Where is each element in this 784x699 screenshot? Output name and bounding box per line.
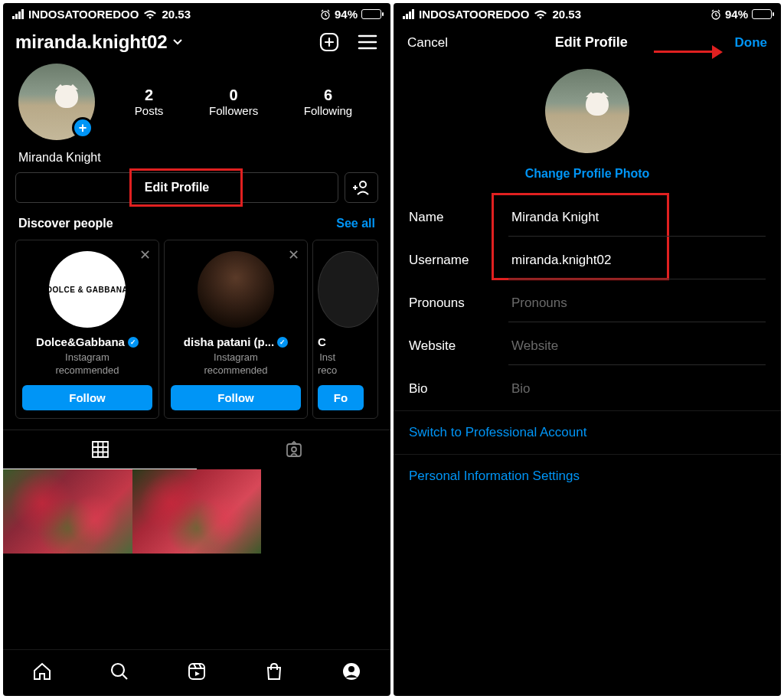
- bottom-nav: [3, 649, 390, 696]
- profile-info-row: + 2 Posts 0 Followers 6 Following: [3, 64, 390, 146]
- switch-professional-link[interactable]: Switch to Professional Account: [394, 410, 781, 454]
- done-button[interactable]: Done: [735, 35, 768, 51]
- close-icon[interactable]: ✕: [139, 247, 151, 263]
- svg-point-8: [348, 666, 354, 672]
- annotation-arrow: [654, 51, 714, 53]
- suggestion-card: C Instreco Fo: [312, 240, 378, 419]
- profile-photo[interactable]: [545, 69, 629, 153]
- post-thumbnails: [3, 469, 390, 554]
- suggestion-avatar[interactable]: [198, 251, 274, 328]
- suggestion-name[interactable]: Dolce&Gabbana✓: [36, 335, 139, 348]
- username-text: miranda.knight02: [15, 31, 168, 53]
- profile-avatar[interactable]: +: [18, 64, 95, 140]
- battery-icon: [361, 9, 381, 19]
- discover-cards[interactable]: ✕ DOLCE & GABBANA Dolce&Gabbana✓ Instagr…: [3, 240, 390, 430]
- chevron-down-icon: [172, 38, 183, 46]
- wifi-icon: [534, 9, 547, 20]
- name-input[interactable]: Miranda Knight: [508, 199, 766, 237]
- svg-point-5: [112, 664, 124, 676]
- carrier-label: INDOSATOOREDOO: [28, 8, 139, 21]
- see-all-link[interactable]: See all: [336, 217, 375, 230]
- svg-point-2: [360, 181, 366, 188]
- svg-rect-3: [287, 444, 301, 456]
- field-website: Website Website: [409, 325, 766, 367]
- edit-profile-screen: INDOSATOOREDOO 20.53 94% Cancel Edit Pro…: [394, 3, 781, 696]
- discover-title: Discover people: [18, 217, 113, 230]
- field-username: Username miranda.knight02: [409, 239, 766, 282]
- edit-form: Name Miranda Knight Username miranda.kni…: [394, 196, 781, 410]
- suggestion-subtitle: Instagramrecommended: [55, 351, 119, 377]
- tab-grid[interactable]: [3, 430, 197, 469]
- svg-rect-6: [189, 664, 204, 679]
- profile-screen: INDOSATOOREDOO 20.53 94% miranda.knight0…: [3, 3, 390, 696]
- post-thumbnail[interactable]: [3, 469, 132, 554]
- bio-input[interactable]: Bio: [508, 371, 766, 407]
- suggestion-avatar[interactable]: [318, 251, 379, 328]
- stat-followers[interactable]: 0 Followers: [209, 87, 258, 117]
- wifi-icon: [143, 9, 157, 20]
- discover-people-button[interactable]: [345, 172, 378, 203]
- svg-point-4: [292, 447, 296, 452]
- battery-pct: 94%: [725, 8, 748, 21]
- tab-tagged[interactable]: [197, 430, 390, 469]
- signal-icon: [403, 9, 414, 19]
- display-name: Miranda Knight: [3, 146, 390, 172]
- follow-button[interactable]: Follow: [171, 385, 301, 410]
- menu-button[interactable]: [357, 31, 378, 53]
- username-dropdown[interactable]: miranda.knight02: [15, 31, 183, 53]
- field-name: Name Miranda Knight: [409, 196, 766, 239]
- suggestion-name[interactable]: disha patani (p...✓: [184, 335, 288, 348]
- nav-profile[interactable]: [341, 661, 362, 682]
- cancel-button[interactable]: Cancel: [407, 35, 448, 51]
- verified-icon: ✓: [277, 337, 288, 348]
- nav-search[interactable]: [109, 661, 130, 682]
- alarm-icon: [710, 9, 721, 20]
- suggestion-subtitle: Instreco: [318, 351, 337, 377]
- follow-button[interactable]: Follow: [22, 385, 152, 410]
- stat-following[interactable]: 6 Following: [304, 87, 352, 117]
- edit-profile-button[interactable]: Edit Profile: [15, 172, 338, 203]
- edit-avatar-section: Change Profile Photo: [394, 61, 781, 196]
- suggestion-name[interactable]: C: [318, 335, 326, 348]
- website-input[interactable]: Website: [508, 328, 766, 365]
- post-thumbnail[interactable]: [132, 469, 262, 554]
- create-button[interactable]: [318, 31, 340, 53]
- time-label: 20.53: [162, 8, 191, 21]
- nav-home[interactable]: [31, 661, 53, 682]
- nav-shop[interactable]: [263, 661, 285, 682]
- battery-pct: 94%: [335, 8, 358, 21]
- battery-icon: [752, 9, 772, 19]
- verified-icon: ✓: [128, 337, 139, 348]
- close-icon[interactable]: ✕: [288, 247, 299, 263]
- follow-button[interactable]: Fo: [318, 385, 364, 410]
- profile-header: miranda.knight02: [3, 24, 390, 64]
- alarm-icon: [320, 9, 331, 20]
- profile-tabs: [3, 430, 390, 469]
- discover-header: Discover people See all: [3, 217, 390, 240]
- edit-profile-header: Cancel Edit Profile Done: [394, 24, 781, 61]
- time-label: 20.53: [552, 8, 581, 21]
- carrier-label: INDOSATOOREDOO: [419, 8, 529, 21]
- status-bar: INDOSATOOREDOO 20.53 94%: [394, 3, 781, 24]
- field-pronouns: Pronouns Pronouns: [409, 282, 766, 325]
- status-bar: INDOSATOOREDOO 20.53 94%: [3, 3, 390, 24]
- suggestion-card: ✕ disha patani (p...✓ Instagramrecommend…: [164, 240, 308, 419]
- nav-reels[interactable]: [186, 661, 207, 682]
- grid-icon: [90, 439, 110, 459]
- username-input[interactable]: miranda.knight02: [508, 242, 766, 279]
- edit-profile-title: Edit Profile: [555, 34, 628, 51]
- add-story-badge[interactable]: +: [72, 117, 93, 139]
- personal-info-link[interactable]: Personal Information Settings: [394, 454, 781, 498]
- suggestion-avatar[interactable]: DOLCE & GABBANA: [49, 251, 126, 328]
- suggestion-card: ✕ DOLCE & GABBANA Dolce&Gabbana✓ Instagr…: [15, 240, 159, 419]
- tagged-icon: [284, 439, 304, 459]
- suggestion-subtitle: Instagramrecommended: [204, 351, 267, 377]
- add-person-icon: [353, 180, 370, 195]
- field-bio: Bio Bio: [409, 367, 766, 410]
- change-photo-link[interactable]: Change Profile Photo: [525, 167, 650, 181]
- signal-icon: [12, 9, 24, 19]
- stat-posts[interactable]: 2 Posts: [135, 87, 164, 117]
- pronouns-input[interactable]: Pronouns: [508, 285, 766, 322]
